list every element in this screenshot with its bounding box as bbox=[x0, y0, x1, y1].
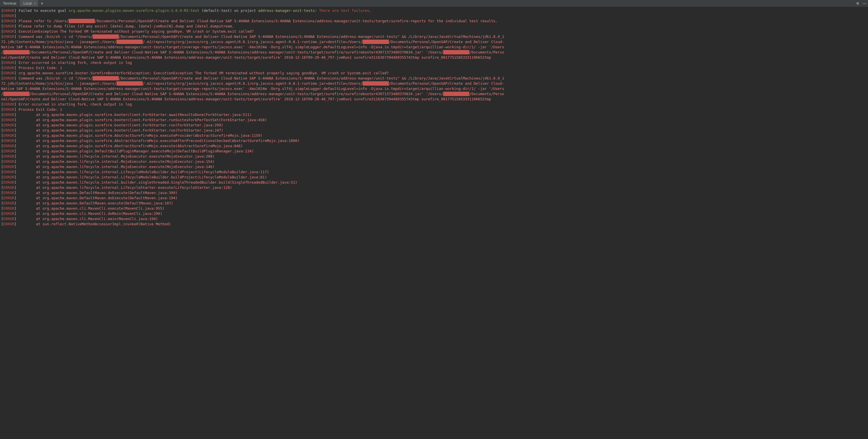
error-label: ERROR bbox=[3, 71, 14, 75]
log-line: [ERROR] at org.apache.maven.plugin.suref… bbox=[1, 138, 867, 144]
log-line: [ERROR] at org.apache.maven.cli.MavenCli… bbox=[1, 206, 867, 211]
log-line: Native SAP S:4HANA Extensions/S:4HANA Ex… bbox=[1, 86, 867, 91]
log-line: [ERROR] at org.apache.maven.plugin.suref… bbox=[1, 123, 867, 128]
error-label: ERROR bbox=[3, 138, 14, 143]
log-line: [ERROR] Process Exit Code: 1 bbox=[1, 107, 867, 112]
error-label: ERROR bbox=[3, 133, 14, 138]
redacted-text: ████████████ bbox=[3, 50, 30, 54]
log-line: [ERROR] at sun.reflect.NativeMethodAcces… bbox=[1, 222, 867, 227]
error-label: ERROR bbox=[3, 113, 14, 117]
error-label: ERROR bbox=[3, 29, 14, 34]
error-label: ERROR bbox=[3, 128, 14, 132]
log-line: [ERROR] at org.apache.maven.lifecycle.in… bbox=[1, 159, 867, 164]
log-line: 72.jdk/Contents/Home/jre/bin/java '-java… bbox=[1, 81, 867, 86]
terminal-panel-title: Terminal: bbox=[0, 1, 20, 6]
error-label: ERROR bbox=[3, 180, 14, 185]
error-label: ERROR bbox=[3, 123, 14, 127]
log-line: [ERROR] at org.apache.maven.plugin.suref… bbox=[1, 144, 867, 149]
terminal-output[interactable]: [ERROR] Failed to execute goal org.apach… bbox=[0, 7, 868, 228]
log-line: [ERROR] at org.apache.maven.lifecycle.in… bbox=[1, 180, 867, 185]
error-label: ERROR bbox=[3, 118, 14, 122]
error-label: ERROR bbox=[3, 222, 14, 226]
log-line: [ERROR] at org.apache.maven.lifecycle.in… bbox=[1, 175, 867, 180]
redacted-text: ████████████ bbox=[93, 34, 119, 39]
redacted-text: ████████████ bbox=[443, 50, 469, 54]
log-line: [ERROR] at org.apache.maven.lifecycle.in… bbox=[1, 169, 867, 175]
log-line: [ERROR] at org.apache.maven.plugin.suref… bbox=[1, 133, 867, 138]
error-label: ERROR bbox=[3, 60, 14, 65]
log-line: [ERROR] Please refer to dump files (if a… bbox=[1, 24, 867, 29]
log-line: [ERROR] ExecutionException The forked VM… bbox=[1, 29, 867, 34]
log-line: [ERROR] at org.apache.maven.cli.MavenCli… bbox=[1, 216, 867, 222]
log-line: /████████████/Documents/Personal/OpenSAP… bbox=[1, 91, 867, 97]
terminal-tabbar: Terminal: Local × + ⚙ — bbox=[0, 0, 868, 7]
log-line: [ERROR] at org.apache.maven.lifecycle.in… bbox=[1, 185, 867, 190]
log-line: [ERROR] at org.apache.maven.DefaultMaven… bbox=[1, 195, 867, 201]
error-label: ERROR bbox=[3, 211, 14, 216]
error-label: ERROR bbox=[3, 107, 14, 112]
error-label: ERROR bbox=[3, 217, 14, 221]
log-line: [ERROR] at org.apache.maven.DefaultMaven… bbox=[1, 190, 867, 195]
log-line: [ERROR] Error occurred in starting fork,… bbox=[1, 60, 867, 65]
log-line: [ERROR] at org.apache.maven.cli.MavenCli… bbox=[1, 211, 867, 216]
log-line: [ERROR] at org.apache.maven.plugin.Defau… bbox=[1, 149, 867, 154]
log-line: Native SAP S:4HANA Extensions/S:4HANA Ex… bbox=[1, 44, 867, 50]
error-label: ERROR bbox=[3, 13, 14, 18]
log-line: 72.jdk/Contents/Home/jre/bin/java '-java… bbox=[1, 39, 867, 44]
redacted-text: ████████████ bbox=[117, 40, 143, 44]
error-label: ERROR bbox=[3, 66, 14, 70]
error-label: ERROR bbox=[3, 149, 14, 153]
log-line: [ERROR] at org.apache.maven.lifecycle.in… bbox=[1, 154, 867, 159]
redacted-text: ████████████ bbox=[93, 76, 119, 81]
redacted-text: ████████████ bbox=[443, 92, 469, 96]
log-line: [ERROR] Please refer to /Users/█████████… bbox=[1, 19, 867, 24]
minimize-icon[interactable]: — bbox=[861, 0, 868, 7]
log-line: [ERROR] Error occurred in starting fork,… bbox=[1, 102, 867, 107]
tab-label: Local bbox=[24, 1, 32, 6]
error-label: ERROR bbox=[3, 196, 14, 200]
error-label: ERROR bbox=[3, 102, 14, 106]
log-line: [ERROR] Command was /bin/sh -c cd "/User… bbox=[1, 76, 867, 81]
log-line: [ERROR] Process Exit Code: 1 bbox=[1, 65, 867, 70]
log-line: nal/OpenSAP/Create and Deliver Cloud-Nat… bbox=[1, 55, 867, 60]
log-line: /████████████/Documents/Personal/OpenSAP… bbox=[1, 50, 867, 55]
log-line: [ERROR] Failed to execute goal org.apach… bbox=[1, 8, 867, 13]
error-label: ERROR bbox=[3, 201, 14, 205]
error-label: ERROR bbox=[3, 191, 14, 195]
log-line: [ERROR] at org.apache.maven.plugin.suref… bbox=[1, 128, 867, 133]
add-tab-button[interactable]: + bbox=[38, 0, 45, 7]
redacted-text: ████████████ bbox=[363, 40, 389, 44]
error-label: ERROR bbox=[3, 170, 14, 174]
error-label: ERROR bbox=[3, 185, 14, 190]
error-label: ERROR bbox=[3, 206, 14, 211]
log-line: [ERROR] org.apache.maven.surefire.booter… bbox=[1, 70, 867, 76]
log-line: nal/OpenSAP/Create and Deliver Cloud-Nat… bbox=[1, 97, 867, 102]
redacted-text: ████████████ bbox=[363, 81, 389, 86]
log-line: [ERROR] at org.apache.maven.plugin.suref… bbox=[1, 117, 867, 123]
error-label: ERROR bbox=[3, 159, 14, 164]
error-label: ERROR bbox=[3, 24, 14, 28]
log-line: [ERROR] at org.apache.maven.lifecycle.in… bbox=[1, 164, 867, 169]
error-label: ERROR bbox=[3, 175, 14, 179]
error-label: ERROR bbox=[3, 164, 14, 169]
log-line: [ERROR] at org.apache.maven.DefaultMaven… bbox=[1, 201, 867, 206]
gear-icon[interactable]: ⚙ bbox=[854, 0, 861, 7]
log-line: [ERROR] at org.apache.maven.plugin.suref… bbox=[1, 112, 867, 117]
log-line: [ERROR] Command was /bin/sh -c cd "/User… bbox=[1, 34, 867, 39]
redacted-text: ████████████ bbox=[117, 81, 143, 86]
error-label: ERROR bbox=[3, 34, 14, 39]
log-line: [ERROR] bbox=[1, 13, 867, 19]
redacted-text: ████████████ bbox=[69, 19, 95, 23]
error-label: ERROR bbox=[3, 19, 14, 23]
error-label: ERROR bbox=[3, 76, 14, 81]
error-label: ERROR bbox=[3, 144, 14, 148]
error-label: ERROR bbox=[3, 154, 14, 158]
redacted-text: ████████████ bbox=[3, 92, 30, 96]
error-label: ERROR bbox=[3, 8, 14, 13]
tab-local[interactable]: Local × bbox=[20, 0, 39, 7]
close-icon[interactable]: × bbox=[34, 1, 36, 6]
